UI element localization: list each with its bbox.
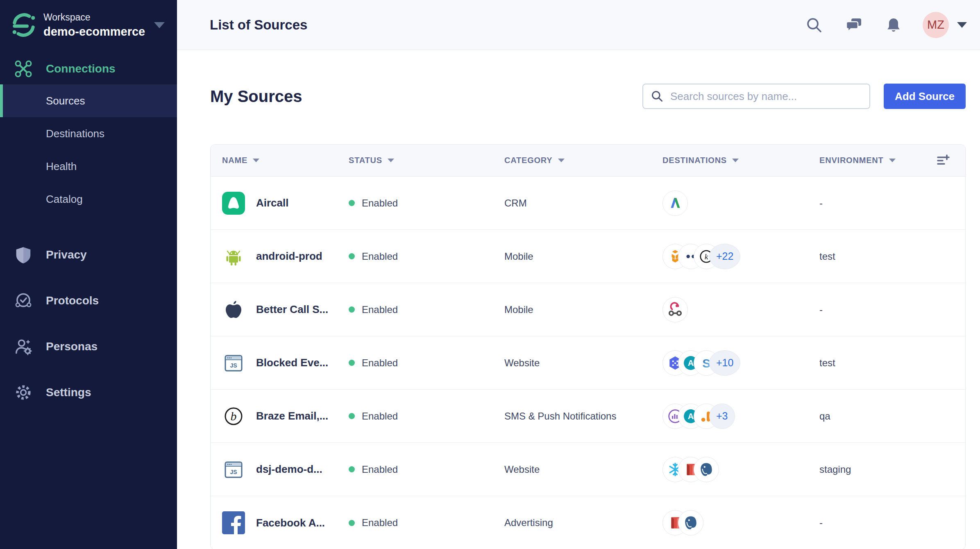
chat-icon[interactable]: [845, 16, 862, 34]
status-dot: [349, 200, 355, 206]
table-row[interactable]: JS Blocked Eve... Enabled Website AS+10 …: [211, 336, 965, 390]
category-value: Mobile: [504, 304, 662, 315]
shield-icon: [14, 245, 33, 264]
sources-table: NAME STATUS CATEGORY DESTINATIONS ENVIRO…: [210, 144, 966, 549]
status-badge: Enabled: [362, 464, 398, 475]
edit-columns-icon[interactable]: [936, 154, 950, 168]
table-row[interactable]: Aircall Enabled CRM -: [211, 177, 965, 230]
sort-caret-icon: [889, 159, 896, 162]
source-name: dsj-demo-d...: [256, 463, 322, 476]
sidebar-item-sources[interactable]: Sources: [0, 84, 177, 117]
status-badge: Enabled: [362, 411, 398, 422]
postgres-destination-icon[interactable]: [694, 457, 719, 482]
destinations-more-count[interactable]: +3: [709, 404, 735, 429]
content-area: My Sources Add Source NAME STATUS CATEGO…: [177, 50, 980, 549]
facebook-source-icon: [222, 511, 245, 534]
table-row[interactable]: Better Call S... Enabled Mobile -: [211, 283, 965, 336]
destinations-cell: [662, 191, 819, 216]
destinations-cell: [662, 457, 819, 482]
column-header-environment[interactable]: ENVIRONMENT: [819, 154, 965, 168]
js-browser-source-icon: JS: [222, 458, 245, 481]
destinations-cell: A+3: [662, 404, 819, 429]
table-row[interactable]: JS dsj-demo-d... Enabled Website staging: [211, 443, 965, 496]
personas-icon: [14, 337, 33, 356]
status-badge: Enabled: [362, 197, 398, 209]
environment-value: -: [819, 197, 965, 209]
sort-caret-icon: [388, 159, 394, 162]
sidebar-item-label: Privacy: [46, 248, 87, 261]
column-header-status[interactable]: STATUS: [349, 156, 504, 165]
sort-caret-icon: [732, 159, 739, 162]
sidebar-item-connections[interactable]: Connections: [0, 53, 177, 84]
category-value: SMS & Push Notifications: [504, 411, 662, 422]
segment-logo-icon: [11, 12, 37, 38]
table-header-row: NAME STATUS CATEGORY DESTINATIONS ENVIRO…: [211, 145, 965, 177]
svg-text:JS: JS: [230, 469, 237, 475]
environment-value: staging: [819, 464, 965, 475]
sidebar-item-label: Personas: [46, 340, 98, 353]
environment-value: qa: [819, 411, 965, 422]
environment-value: -: [819, 517, 965, 529]
top-bar: List of Sources MZ: [177, 0, 980, 50]
sidebar-item-protocols[interactable]: Protocols: [0, 278, 177, 324]
sidebar: Workspace demo-ecommerce Connections Sou…: [0, 0, 177, 549]
sidebar-item-label: Protocols: [46, 294, 99, 307]
svg-text:A: A: [688, 358, 694, 368]
table-row[interactable]: Facebook A... Enabled Advertising -: [211, 496, 965, 549]
sidebar-item-health[interactable]: Health: [0, 150, 177, 183]
environment-value: test: [819, 251, 965, 262]
braze-source-icon: b: [222, 405, 245, 428]
status-dot: [349, 306, 355, 313]
avatar[interactable]: MZ: [923, 12, 949, 38]
destinations-cell: k+22: [662, 244, 819, 269]
section-heading: My Sources: [210, 87, 302, 106]
workspace-label: Workspace: [43, 12, 145, 23]
workspace-caret-icon[interactable]: [154, 22, 165, 28]
status-dot: [349, 253, 355, 259]
destinations-more-count[interactable]: +22: [709, 244, 740, 269]
status-dot: [349, 413, 355, 419]
status-badge: Enabled: [362, 357, 398, 369]
status-badge: Enabled: [362, 517, 398, 529]
account-caret-icon[interactable]: [957, 22, 967, 28]
column-header-destinations[interactable]: DESTINATIONS: [662, 156, 819, 165]
column-header-name[interactable]: NAME: [211, 156, 349, 165]
sidebar-item-destinations[interactable]: Destinations: [0, 117, 177, 150]
destinations-more-count[interactable]: +10: [709, 350, 740, 376]
source-name: Better Call S...: [256, 303, 328, 316]
bell-icon[interactable]: [885, 16, 902, 34]
protocols-icon: [14, 291, 33, 310]
table-body: Aircall Enabled CRM - android-prod Enabl…: [211, 177, 965, 549]
svg-text:b: b: [231, 409, 237, 423]
workspace-switcher[interactable]: Workspace demo-ecommerce: [0, 0, 177, 50]
category-value: CRM: [504, 197, 662, 209]
connections-icon: [14, 59, 33, 78]
aircall-source-icon: [222, 192, 245, 215]
status-badge: Enabled: [362, 304, 398, 315]
apple-source-icon: [222, 298, 245, 321]
sidebar-item-privacy[interactable]: Privacy: [0, 232, 177, 278]
sources-search-box[interactable]: [642, 84, 870, 109]
status-badge: Enabled: [362, 251, 398, 262]
sort-caret-icon: [558, 159, 565, 162]
sidebar-item-label: Settings: [46, 386, 91, 399]
sidebar-item-settings[interactable]: Settings: [0, 370, 177, 415]
webhook-destination-icon[interactable]: [662, 297, 688, 322]
search-input[interactable]: [670, 90, 862, 103]
category-value: Website: [504, 464, 662, 475]
search-icon[interactable]: [805, 16, 823, 34]
postgres-destination-icon[interactable]: [678, 510, 703, 535]
environment-value: -: [819, 304, 965, 315]
table-row[interactable]: b Braze Email,... Enabled SMS & Push Not…: [211, 390, 965, 443]
column-header-category[interactable]: CATEGORY: [504, 156, 662, 165]
add-source-button[interactable]: Add Source: [884, 84, 966, 109]
table-row[interactable]: android-prod Enabled Mobile k+22 test: [211, 230, 965, 283]
destinations-cell: [662, 297, 819, 322]
sidebar-item-personas[interactable]: Personas: [0, 324, 177, 370]
android-source-icon: [222, 245, 245, 268]
category-value: Advertising: [504, 517, 662, 529]
workspace-name: demo-ecommerce: [43, 25, 145, 39]
svg-text:k: k: [705, 252, 708, 261]
sidebar-item-catalog[interactable]: Catalog: [0, 183, 177, 216]
adwords-destination-icon[interactable]: [662, 191, 688, 216]
